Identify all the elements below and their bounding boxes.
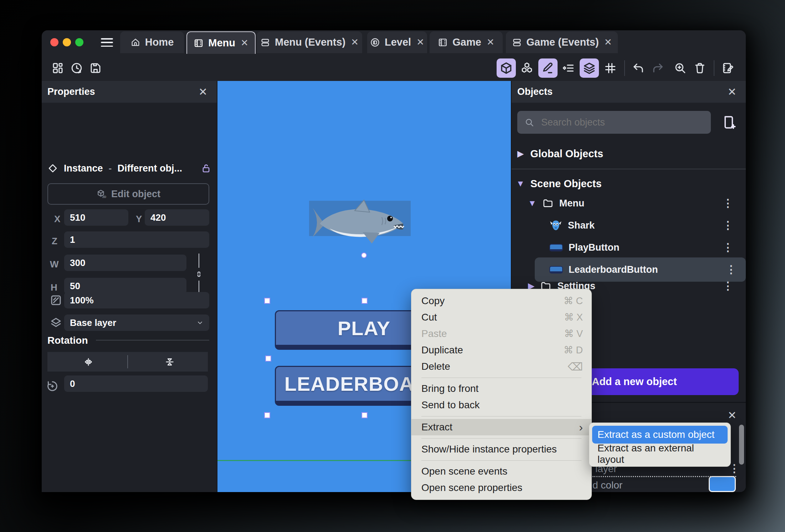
tab-close-icon[interactable]: ✕ [416, 37, 424, 48]
layer-icon [50, 316, 62, 329]
trash-icon [693, 62, 706, 75]
delete-button[interactable] [690, 58, 709, 78]
edit-mode-button[interactable] [538, 58, 558, 78]
history-clock-icon [70, 62, 83, 75]
rotation-handle[interactable] [361, 252, 367, 258]
close-icon[interactable]: ✕ [199, 86, 207, 98]
objects-mode-button[interactable] [517, 58, 537, 78]
edit-object-button[interactable]: 2D Edit object [47, 183, 209, 205]
context-menu-item-open-scene-events[interactable]: Open scene events [411, 463, 591, 480]
w-input[interactable] [64, 255, 186, 271]
selection-handle-bottom-center[interactable] [361, 412, 368, 418]
menu-item-label: Paste [421, 328, 447, 339]
selection-handle-top-left[interactable] [264, 298, 270, 304]
tab-close-icon[interactable]: ✕ [487, 37, 494, 48]
flip-horizontal-icon[interactable] [83, 357, 94, 367]
properties-panel-title: Properties [47, 86, 95, 97]
instances-list-button[interactable] [559, 58, 578, 78]
object-row-playbutton[interactable]: PlayButton ⋮ [549, 238, 738, 257]
context-menu-item-duplicate[interactable]: Duplicate ⌘ D [411, 342, 591, 358]
selection-handle-bottom-left[interactable] [264, 412, 270, 418]
context-menu-item-bring-to-front[interactable]: Bring to front [411, 380, 591, 397]
undo-button[interactable] [628, 58, 648, 78]
context-menu-item-extract[interactable]: Extract › [411, 419, 591, 435]
tab-menu-events[interactable]: Menu (Events) ✕ [257, 31, 362, 53]
traffic-maximize-button[interactable] [75, 38, 83, 46]
scrollbar-thumb[interactable] [739, 425, 744, 465]
traffic-close-button[interactable] [50, 38, 58, 46]
add-new-object-label: Add a new object [592, 376, 677, 388]
tab-close-icon[interactable]: ✕ [351, 37, 359, 48]
selection-handle-mid-left[interactable] [265, 355, 271, 362]
redo-icon [652, 62, 665, 75]
tab-menu[interactable]: Menu ✕ [186, 31, 256, 54]
background-color-swatch[interactable] [709, 476, 736, 492]
kebab-menu-icon[interactable]: ⋮ [723, 281, 733, 291]
edit-scene-properties-button[interactable] [718, 58, 738, 78]
lock-ratio-link-icon[interactable] [194, 269, 204, 279]
layers-icon [583, 62, 596, 75]
submenu-item-extract-custom-object[interactable]: Extract as a custom object [592, 426, 728, 444]
lock-open-icon[interactable] [201, 163, 211, 174]
save-button[interactable] [86, 58, 105, 78]
z-input[interactable] [64, 231, 209, 248]
add-folder-icon[interactable] [722, 114, 738, 130]
global-objects-group[interactable]: ▶ Global Objects [517, 144, 603, 163]
menu-item-label: Duplicate [421, 344, 463, 356]
w-label: W [50, 259, 59, 270]
search-input[interactable] [540, 117, 704, 128]
scene-objects-group[interactable]: ▼ Scene Objects [516, 174, 602, 193]
opacity-input[interactable] [64, 292, 209, 308]
context-menu-item-paste[interactable]: Paste ⌘ V [411, 326, 591, 342]
context-menu-item-open-scene-properties[interactable]: Open scene properties [411, 480, 591, 496]
shark-sprite[interactable] [309, 201, 411, 236]
tab-home[interactable]: Home [120, 31, 184, 53]
y-input[interactable] [145, 209, 209, 226]
global-objects-label: Global Objects [530, 148, 603, 160]
toggle-3d-view-button[interactable] [497, 58, 516, 78]
selection-handle-top-center[interactable] [361, 298, 368, 304]
zoom-button[interactable] [671, 58, 690, 78]
tab-level[interactable]: Level ✕ [367, 31, 427, 53]
context-menu-item-copy[interactable]: Copy ⌘ C [411, 293, 591, 309]
submenu-item-label: Extract as an external layout [597, 443, 722, 465]
context-menu-item-send-to-back[interactable]: Send to back [411, 397, 591, 413]
rotate-icon [46, 380, 59, 393]
rotation-input[interactable] [64, 375, 208, 392]
project-manager-button[interactable] [48, 58, 67, 78]
context-menu-item-delete[interactable]: Delete ⌫ [411, 358, 591, 375]
history-button[interactable] [67, 58, 86, 78]
kebab-menu-icon[interactable]: ⋮ [726, 264, 737, 275]
kebab-menu-icon[interactable]: ⋮ [723, 220, 733, 231]
tab-game[interactable]: Game ✕ [430, 31, 503, 53]
grid-button[interactable] [601, 58, 620, 78]
main-menu-icon[interactable] [101, 38, 113, 47]
flip-vertical-icon[interactable] [164, 357, 175, 367]
layers-panel-button[interactable] [580, 58, 599, 78]
close-icon[interactable]: ✕ [728, 86, 737, 98]
tab-game-events[interactable]: Game (Events) ✕ [506, 31, 618, 53]
submenu-item-extract-external-layout[interactable]: Extract as an external layout [592, 445, 728, 463]
x-input[interactable] [64, 209, 128, 226]
redo-button[interactable] [648, 58, 668, 78]
submenu-item-label: Extract as a custom object [597, 429, 714, 440]
toolbar-divider [624, 60, 625, 76]
kebab-menu-icon[interactable]: ⋮ [729, 463, 740, 474]
menu-item-label: Extract [421, 421, 452, 433]
object-folder-row-menu[interactable]: ▼ Menu ⋮ [528, 194, 738, 213]
tab-close-icon[interactable]: ✕ [604, 37, 612, 48]
close-icon[interactable]: ✕ [728, 409, 737, 421]
kebab-menu-icon[interactable]: ⋮ [723, 198, 733, 209]
context-menu: Copy ⌘ C Cut ⌘ X Paste ⌘ V Duplicate ⌘ D… [411, 289, 592, 500]
pencil-icon [542, 62, 554, 75]
context-menu-item-show-hide-instance-properties[interactable]: Show/Hide instance properties [411, 441, 591, 457]
tab-close-icon[interactable]: ✕ [241, 37, 248, 48]
object-row-shark[interactable]: Shark ⋮ [549, 216, 738, 235]
search-box[interactable] [517, 111, 711, 134]
layer-select[interactable]: Base layer [64, 314, 209, 331]
shark-image [309, 197, 412, 247]
menu-item-label: Show/Hide instance properties [421, 444, 557, 455]
context-menu-item-cut[interactable]: Cut ⌘ X [411, 309, 591, 326]
traffic-minimize-button[interactable] [63, 38, 71, 46]
kebab-menu-icon[interactable]: ⋮ [723, 242, 733, 253]
